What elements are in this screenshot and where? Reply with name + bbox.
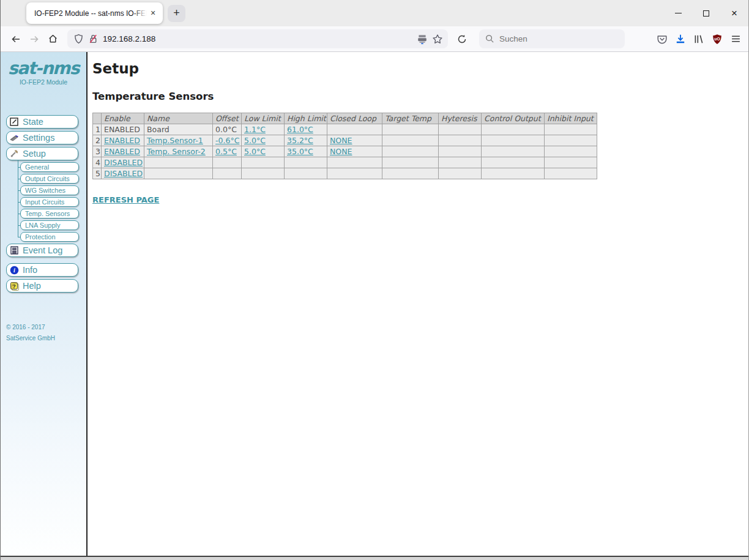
table-cell bbox=[439, 124, 482, 135]
downloads-button[interactable] bbox=[671, 30, 690, 48]
back-button[interactable] bbox=[7, 30, 25, 48]
menu-button[interactable] bbox=[726, 30, 745, 48]
sidebar-item-event-log[interactable]: Event Log bbox=[6, 244, 78, 257]
column-header bbox=[93, 113, 102, 124]
sidebar-item-info[interactable]: i Info bbox=[6, 263, 78, 277]
cell-link[interactable]: 1.1°C bbox=[244, 125, 266, 134]
reload-button[interactable] bbox=[453, 30, 471, 48]
table-cell bbox=[285, 157, 327, 168]
cell-link[interactable]: ENABLED bbox=[104, 147, 140, 156]
column-header: Control Output bbox=[482, 113, 545, 124]
sidebar-subitem-wg-switches[interactable]: WG Switches bbox=[20, 185, 79, 195]
reload-icon bbox=[457, 34, 467, 44]
sidebar-item-label: Help bbox=[23, 281, 41, 291]
sidebar-item-setup[interactable]: Setup bbox=[6, 147, 78, 160]
window-controls: × bbox=[664, 0, 748, 26]
table-cell bbox=[482, 168, 545, 179]
cell-link[interactable]: ENABLED bbox=[104, 136, 140, 145]
column-header: Low Limit bbox=[242, 113, 285, 124]
copyright-years: © 2016 - 2017 bbox=[6, 324, 45, 330]
sidebar-item-help[interactable]: ? Help bbox=[6, 279, 78, 293]
sidebar-subitem-temp-sensors[interactable]: Temp. Sensors bbox=[20, 209, 79, 218]
search-icon bbox=[485, 34, 494, 43]
cell-link[interactable]: 5.0°C bbox=[244, 136, 266, 145]
svg-text:uO: uO bbox=[714, 36, 720, 40]
table-cell bbox=[382, 146, 439, 157]
table-cell: 35.2°C bbox=[285, 135, 327, 146]
sidebar-subitem-general[interactable]: General bbox=[20, 162, 79, 172]
sidebar-subitem-input-circuits[interactable]: Input Circuits bbox=[20, 197, 79, 207]
table-cell bbox=[545, 124, 597, 135]
browser-window: IO-FEP2 Module -- sat-nms IO-FEP 2 × + × bbox=[0, 0, 749, 560]
gauge-icon bbox=[9, 117, 19, 127]
sidebar-subitem-output-circuits[interactable]: Output Circuits bbox=[20, 174, 79, 184]
table-cell: 5.0°C bbox=[242, 146, 285, 157]
url-bar[interactable]: 192.168.2.188 bbox=[67, 29, 448, 48]
table-cell: -0.6°C bbox=[213, 135, 242, 146]
logo-subtitle: IO-FEP2 Module bbox=[1, 78, 86, 86]
forward-button[interactable] bbox=[25, 30, 43, 48]
table-cell bbox=[482, 146, 545, 157]
refresh-page-link[interactable]: REFRESH PAGE bbox=[92, 195, 159, 204]
sidebar-item-settings[interactable]: Settings bbox=[6, 131, 78, 144]
home-button[interactable] bbox=[43, 30, 62, 48]
cell-link[interactable]: 61.0°C bbox=[287, 125, 313, 134]
search-bar[interactable]: Suchen bbox=[479, 29, 625, 48]
table-cell bbox=[545, 135, 597, 146]
cell-link[interactable]: 5.0°C bbox=[244, 147, 266, 156]
minimize-button[interactable] bbox=[664, 0, 692, 26]
table-row: 4DISABLED bbox=[93, 157, 597, 168]
table-cell: 5.0°C bbox=[242, 135, 285, 146]
table-row: 5DISABLED bbox=[93, 168, 597, 179]
wrench-icon bbox=[9, 149, 19, 159]
table-cell bbox=[213, 168, 242, 179]
ublock-shield-icon: uO bbox=[712, 34, 723, 45]
sidebar-item-state[interactable]: State bbox=[6, 115, 78, 129]
table-cell: 0.5°C bbox=[213, 146, 242, 157]
row-number: 2 bbox=[93, 135, 102, 146]
cell-link[interactable]: Temp.Sensor-1 bbox=[147, 136, 203, 145]
window-bottom-edge bbox=[1, 556, 748, 560]
column-header: Target Temp bbox=[382, 113, 439, 124]
table-cell: Board bbox=[144, 124, 213, 135]
table-cell bbox=[327, 157, 382, 168]
help-icon: ? bbox=[9, 281, 19, 291]
sidebar-subitem-lna-supply[interactable]: LNA Supply bbox=[20, 220, 79, 230]
page-body: sat-nms IO-FEP2 Module State Settings bbox=[1, 52, 748, 556]
table-cell: NONE bbox=[327, 135, 382, 146]
url-text[interactable]: 192.168.2.188 bbox=[103, 34, 412, 43]
library-button[interactable] bbox=[690, 30, 708, 48]
close-button[interactable]: × bbox=[720, 0, 748, 26]
bookmark-star-icon[interactable] bbox=[432, 34, 443, 45]
cell-link[interactable]: -0.6°C bbox=[215, 136, 239, 145]
table-cell bbox=[482, 157, 545, 168]
pocket-button[interactable] bbox=[653, 30, 671, 48]
table-cell: DISABLED bbox=[102, 168, 144, 179]
cell-link[interactable]: Temp. Sensor-2 bbox=[147, 147, 206, 156]
table-cell bbox=[382, 168, 439, 179]
cell-link[interactable]: NONE bbox=[330, 136, 352, 145]
maximize-icon bbox=[703, 10, 709, 17]
cell-link[interactable]: DISABLED bbox=[104, 158, 143, 167]
ublock-button[interactable]: uO bbox=[708, 30, 726, 48]
browser-tab[interactable]: IO-FEP2 Module -- sat-nms IO-FEP 2 × bbox=[26, 2, 163, 24]
close-icon: × bbox=[731, 8, 737, 18]
cell-link[interactable]: 0.5°C bbox=[215, 147, 237, 156]
svg-text:i: i bbox=[13, 267, 15, 274]
cell-link[interactable]: 35.2°C bbox=[287, 136, 313, 145]
table-cell bbox=[439, 168, 482, 179]
table-cell bbox=[285, 168, 327, 179]
table-cell: NONE bbox=[327, 146, 382, 157]
cell-link[interactable]: 35.0°C bbox=[287, 147, 313, 156]
maximize-button[interactable] bbox=[692, 0, 720, 26]
table-cell bbox=[327, 124, 382, 135]
printer-icon[interactable] bbox=[417, 34, 428, 45]
table-row: 3ENABLEDTemp. Sensor-20.5°C5.0°C35.0°CNO… bbox=[93, 146, 597, 157]
cell-link[interactable]: NONE bbox=[330, 147, 352, 156]
cell-link[interactable]: DISABLED bbox=[104, 169, 143, 178]
table-cell: ENABLED bbox=[102, 124, 144, 135]
new-tab-button[interactable]: + bbox=[168, 5, 185, 22]
sidebar-subitem-protection[interactable]: Protection bbox=[20, 232, 79, 242]
temp-sensors-table: EnableNameOffsetLow LimitHigh LimitClose… bbox=[92, 113, 597, 179]
tab-close-icon[interactable]: × bbox=[147, 7, 159, 20]
